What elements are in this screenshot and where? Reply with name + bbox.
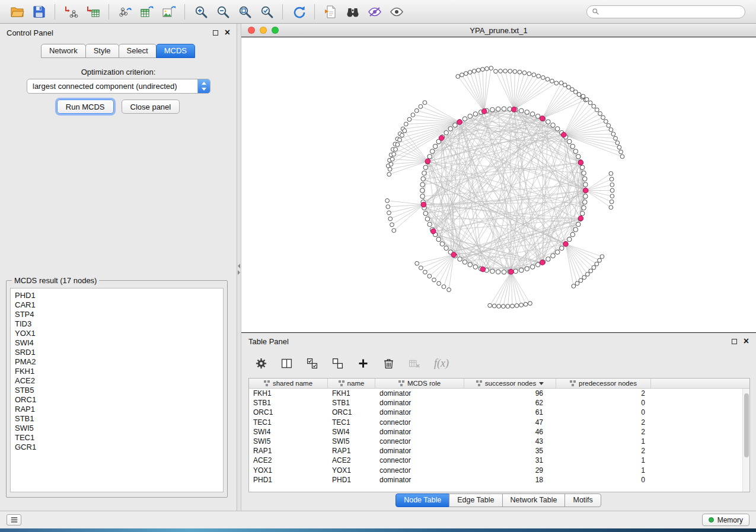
mcds-list-item[interactable]: STP4 bbox=[15, 310, 223, 319]
task-history-button[interactable] bbox=[7, 514, 21, 525]
leaf-node[interactable] bbox=[582, 275, 586, 280]
leaf-node[interactable] bbox=[460, 73, 464, 77]
network-node[interactable] bbox=[582, 206, 586, 210]
leaf-node[interactable] bbox=[437, 281, 441, 286]
leaf-node[interactable] bbox=[387, 211, 391, 215]
tab-network-table[interactable]: Network Table bbox=[502, 493, 566, 507]
leaf-node[interactable] bbox=[415, 261, 419, 265]
network-node[interactable] bbox=[546, 120, 551, 124]
network-node[interactable] bbox=[535, 114, 540, 118]
network-node[interactable] bbox=[420, 182, 425, 187]
leaf-node[interactable] bbox=[501, 305, 505, 309]
dominator-node[interactable] bbox=[578, 216, 583, 221]
network-node[interactable] bbox=[535, 262, 540, 267]
leaf-node[interactable] bbox=[442, 285, 446, 289]
leaf-node[interactable] bbox=[554, 81, 559, 85]
export-document-button[interactable] bbox=[320, 2, 342, 21]
leaf-node[interactable] bbox=[485, 67, 489, 71]
dominator-node[interactable] bbox=[540, 116, 545, 121]
network-node[interactable] bbox=[580, 211, 585, 216]
mcds-list-item[interactable]: FKH1 bbox=[15, 367, 223, 376]
leaf-node[interactable] bbox=[390, 157, 394, 161]
export-table-button[interactable] bbox=[136, 2, 158, 21]
network-node[interactable] bbox=[433, 144, 438, 149]
open-file-button[interactable] bbox=[6, 2, 28, 21]
network-node[interactable] bbox=[422, 171, 427, 175]
leaf-node[interactable] bbox=[423, 101, 427, 105]
network-node[interactable] bbox=[582, 171, 586, 175]
leaf-node[interactable] bbox=[385, 198, 390, 203]
dominator-node[interactable] bbox=[563, 242, 569, 247]
leaf-node[interactable] bbox=[528, 302, 532, 306]
dominator-node[interactable] bbox=[578, 160, 583, 165]
leaf-node[interactable] bbox=[541, 76, 545, 80]
leaf-node[interactable] bbox=[572, 284, 576, 289]
network-node[interactable] bbox=[468, 262, 473, 267]
mcds-list-item[interactable]: RAP1 bbox=[15, 405, 223, 414]
leaf-node[interactable] bbox=[570, 88, 575, 92]
network-node[interactable] bbox=[551, 254, 556, 258]
network-node[interactable] bbox=[502, 270, 506, 274]
zoom-in-button[interactable] bbox=[190, 2, 212, 21]
leaf-node[interactable] bbox=[619, 150, 623, 154]
leaf-node[interactable] bbox=[581, 94, 585, 98]
close-panel-button-secondary[interactable]: Close panel bbox=[122, 100, 180, 114]
leaf-node[interactable] bbox=[513, 69, 517, 73]
leaf-node[interactable] bbox=[527, 72, 531, 76]
network-node[interactable] bbox=[525, 110, 529, 115]
leaf-node[interactable] bbox=[550, 79, 554, 83]
network-node[interactable] bbox=[473, 265, 478, 270]
leaf-node[interactable] bbox=[400, 133, 404, 137]
mcds-list-item[interactable]: CAR1 bbox=[15, 300, 223, 310]
leaf-node[interactable] bbox=[592, 265, 596, 270]
leaf-node[interactable] bbox=[411, 113, 415, 117]
leaf-node[interactable] bbox=[386, 205, 390, 209]
leaf-node[interactable] bbox=[499, 69, 503, 73]
leaf-node[interactable] bbox=[428, 274, 432, 278]
close-table-panel-button[interactable]: × bbox=[744, 336, 749, 346]
leaf-node[interactable] bbox=[607, 123, 611, 127]
save-session-button[interactable] bbox=[28, 2, 50, 21]
network-node[interactable] bbox=[490, 107, 495, 112]
table-row[interactable]: STB1STB1dominator620 bbox=[249, 398, 749, 408]
mcds-list-item[interactable]: TEC1 bbox=[15, 433, 223, 443]
table-row[interactable]: SWI5SWI5connector431 bbox=[249, 437, 749, 446]
dominator-node[interactable] bbox=[451, 252, 457, 258]
network-node[interactable] bbox=[546, 257, 551, 262]
search-box[interactable] bbox=[586, 5, 745, 18]
leaf-node[interactable] bbox=[609, 172, 613, 176]
leaf-node[interactable] bbox=[506, 305, 510, 309]
network-node[interactable] bbox=[573, 227, 578, 232]
network-node[interactable] bbox=[430, 149, 435, 154]
tab-style[interactable]: Style bbox=[85, 44, 119, 58]
leaf-node[interactable] bbox=[447, 288, 451, 292]
show-columns-button[interactable] bbox=[279, 355, 294, 371]
mcds-result-list[interactable]: PHD1CAR1STP4TID3YOX1SWI4SRD1PMA2FKH1ACE2… bbox=[10, 288, 224, 492]
tab-select[interactable]: Select bbox=[119, 44, 157, 58]
leaf-node[interactable] bbox=[472, 69, 476, 73]
run-mcds-button[interactable]: Run MCDS bbox=[57, 100, 114, 114]
leaf-node[interactable] bbox=[592, 104, 596, 108]
tab-mcds[interactable]: MCDS bbox=[156, 44, 195, 58]
float-table-panel-button[interactable] bbox=[732, 339, 737, 344]
network-node[interactable] bbox=[420, 194, 425, 199]
leaf-node[interactable] bbox=[404, 122, 408, 126]
dominator-node[interactable] bbox=[421, 202, 426, 207]
leaf-node[interactable] bbox=[532, 73, 536, 77]
leaf-node[interactable] bbox=[419, 104, 423, 108]
zoom-fit-button[interactable] bbox=[234, 2, 256, 21]
network-node[interactable] bbox=[490, 269, 495, 274]
close-window-button[interactable] bbox=[248, 27, 255, 34]
mcds-list-item[interactable]: ACE2 bbox=[15, 376, 223, 386]
column-header-successor-nodes[interactable]: successor nodes bbox=[464, 379, 556, 388]
leaf-node[interactable] bbox=[468, 70, 472, 75]
leaf-node[interactable] bbox=[497, 305, 501, 309]
export-image-button[interactable] bbox=[158, 2, 180, 21]
network-node[interactable] bbox=[453, 123, 458, 127]
leaf-node[interactable] bbox=[388, 167, 392, 171]
mcds-list-item[interactable]: STB5 bbox=[15, 386, 223, 395]
table-row[interactable]: TEC1TEC1connector472 bbox=[249, 418, 749, 427]
dominator-node[interactable] bbox=[457, 120, 462, 125]
network-node[interactable] bbox=[576, 222, 580, 227]
zoom-selected-button[interactable] bbox=[256, 2, 277, 21]
